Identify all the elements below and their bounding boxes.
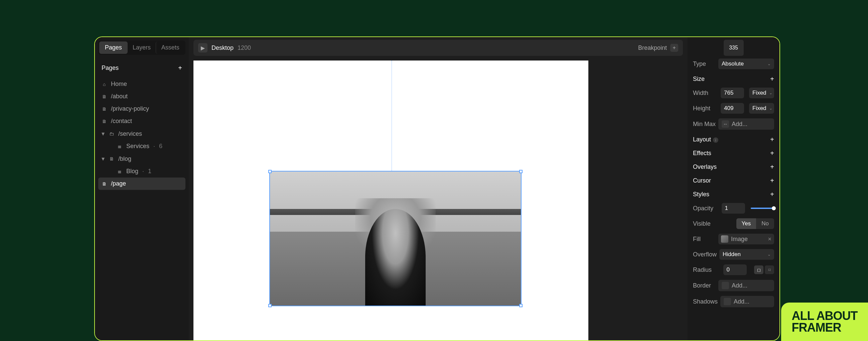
- styles-add-button[interactable]: +: [770, 191, 774, 198]
- breakpoint-label: Breakpoint: [638, 45, 667, 52]
- page-item-services[interactable]: ▾ 🗀 /services: [98, 127, 185, 140]
- cursor-add-button[interactable]: +: [770, 177, 774, 184]
- fill-swatch: [721, 235, 728, 243]
- overlays-section-header[interactable]: Overlays +: [693, 163, 774, 171]
- page-item-page[interactable]: 🗎 /page: [98, 177, 185, 190]
- effects-add-button[interactable]: +: [770, 149, 774, 157]
- fill-clear-button[interactable]: ×: [768, 236, 771, 243]
- image-content: [270, 171, 521, 306]
- info-icon: i: [713, 137, 718, 143]
- page-label: /blog: [118, 155, 131, 163]
- selected-image[interactable]: [269, 171, 522, 306]
- visible-toggle: Yes No: [736, 218, 774, 229]
- pages-header: Pages +: [98, 61, 185, 75]
- layout-add-button[interactable]: +: [770, 136, 774, 143]
- layout-section-header[interactable]: Layouti +: [693, 136, 774, 143]
- pages-title: Pages: [101, 64, 119, 72]
- page-label: Blog: [126, 168, 138, 175]
- page-item-privacy[interactable]: 🗎 /privacy-policy: [98, 103, 185, 115]
- page-item-home[interactable]: ⌂ Home: [98, 78, 185, 90]
- canvas-viewport[interactable]: [189, 56, 688, 340]
- swatch-icon: [722, 282, 729, 289]
- page-icon: 🗎: [101, 94, 107, 99]
- resize-handle-tl[interactable]: [268, 170, 272, 173]
- expand-icon: ↔: [722, 120, 729, 128]
- page-item-blog[interactable]: ▾ 🗎 /blog: [98, 152, 185, 165]
- logo-text: ALL ABOUT FRAMER: [792, 310, 858, 333]
- opacity-slider[interactable]: [751, 208, 774, 209]
- resize-handle-bl[interactable]: [268, 304, 272, 307]
- breakpoint-name[interactable]: Desktop: [212, 45, 234, 52]
- page-list: ⌂ Home 🗎 /about 🗎 /privacy-policy 🗎 /con…: [98, 78, 185, 190]
- position-type-select[interactable]: Absolute ⌄: [718, 58, 774, 69]
- size-section-header: Size +: [693, 75, 774, 83]
- radius-label: Radius: [693, 266, 716, 274]
- overflow-select[interactable]: Hidden⌄: [719, 249, 774, 260]
- position-value-box[interactable]: 335: [724, 40, 744, 56]
- border-add-button[interactable]: Add...: [718, 280, 774, 291]
- page-label: /services: [118, 131, 142, 137]
- chevron-down-icon[interactable]: ▾: [101, 130, 105, 137]
- opacity-label: Opacity: [693, 205, 716, 212]
- border-label: Border: [693, 282, 716, 289]
- type-label: Type: [693, 60, 716, 67]
- position-inputs: 335: [693, 40, 774, 56]
- page-count: 1: [148, 168, 151, 175]
- width-input[interactable]: [721, 88, 744, 98]
- page-item-about[interactable]: 🗎 /about: [98, 90, 185, 103]
- page-item-services-cms[interactable]: ≣ Services · 6: [98, 140, 185, 152]
- sidebar-tabs: Pages Layers Assets: [98, 40, 185, 55]
- page-icon: 🗎: [109, 156, 114, 162]
- canvas-toolbar: ▶ Desktop 1200 Breakpoint +: [193, 40, 683, 56]
- page-item-contact[interactable]: 🗎 /contact: [98, 115, 185, 127]
- canvas-area: ▶ Desktop 1200 Breakpoint +: [189, 37, 688, 340]
- page-label: /contact: [111, 118, 132, 125]
- page-label: Home: [111, 81, 127, 88]
- swatch-icon: [724, 298, 731, 305]
- page-icon: 🗎: [101, 106, 107, 112]
- effects-section-header[interactable]: Effects +: [693, 149, 774, 157]
- properties-panel: 335 Type Absolute ⌄ Size + Width Fixed⌄ …: [688, 37, 779, 340]
- tab-pages[interactable]: Pages: [99, 41, 128, 54]
- visible-no-button[interactable]: No: [756, 218, 774, 229]
- add-page-button[interactable]: +: [178, 64, 182, 72]
- resize-handle-tr[interactable]: [519, 170, 523, 173]
- width-label: Width: [693, 90, 716, 96]
- minmax-add-button[interactable]: ↔ Add...: [718, 118, 774, 130]
- stack-icon: ≣: [117, 169, 122, 174]
- overflow-label: Overflow: [693, 251, 717, 258]
- overlays-add-button[interactable]: +: [770, 163, 774, 171]
- page-label: Services: [126, 143, 149, 150]
- radius-all-button[interactable]: ◻: [754, 265, 764, 274]
- fill-picker[interactable]: Image ×: [718, 234, 774, 245]
- tab-layers[interactable]: Layers: [128, 41, 156, 54]
- add-breakpoint-button[interactable]: +: [670, 44, 678, 52]
- page-item-blog-cms[interactable]: ≣ Blog · 1: [98, 165, 185, 177]
- resize-handle-br[interactable]: [519, 304, 523, 307]
- chevron-down-icon[interactable]: ▾: [101, 155, 105, 163]
- height-mode-select[interactable]: Fixed⌄: [749, 103, 774, 114]
- app-window: Pages Layers Assets Pages + ⌂ Home 🗎 /ab…: [94, 36, 780, 341]
- visible-yes-button[interactable]: Yes: [736, 218, 756, 229]
- page-count: 6: [159, 143, 162, 150]
- radius-individual-button[interactable]: ⌑: [765, 265, 774, 274]
- play-button[interactable]: ▶: [198, 43, 208, 53]
- cursor-section-header[interactable]: Cursor +: [693, 177, 774, 184]
- shadows-label: Shadows: [693, 298, 718, 305]
- page-label: /privacy-policy: [111, 105, 149, 112]
- size-add-button[interactable]: +: [770, 75, 774, 83]
- page-label: /about: [111, 93, 128, 100]
- radius-input[interactable]: [723, 264, 747, 275]
- tab-assets[interactable]: Assets: [156, 41, 184, 54]
- width-mode-select[interactable]: Fixed⌄: [749, 88, 774, 98]
- sidebar: Pages Layers Assets Pages + ⌂ Home 🗎 /ab…: [95, 37, 189, 340]
- page-icon: 🗎: [101, 181, 107, 187]
- logo-badge: ALL ABOUT FRAMER: [781, 303, 868, 341]
- height-input[interactable]: [721, 103, 744, 114]
- artboard[interactable]: [193, 60, 588, 340]
- chevron-down-icon: ⌄: [768, 61, 771, 66]
- visible-label: Visible: [693, 220, 716, 227]
- shadows-add-button[interactable]: Add...: [720, 296, 774, 307]
- page-icon: 🗎: [101, 119, 107, 124]
- opacity-input[interactable]: [722, 203, 745, 214]
